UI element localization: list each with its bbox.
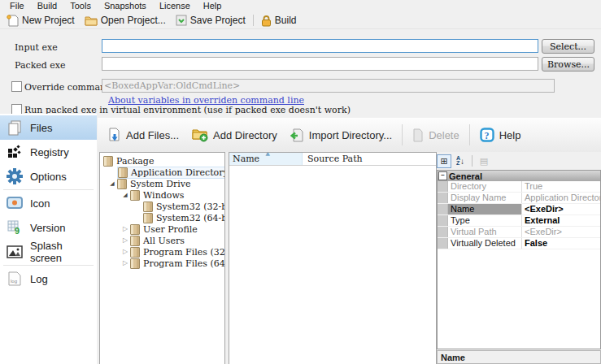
- add-directory-button[interactable]: Add Directory: [185, 121, 284, 149]
- save-icon: [176, 15, 187, 26]
- open-project-button[interactable]: Open Project...: [80, 13, 171, 28]
- expander-expanded-icon[interactable]: [120, 189, 130, 201]
- sidebar-item-log[interactable]: log Log: [0, 266, 97, 291]
- property-value[interactable]: External: [521, 215, 600, 226]
- property-row-directory[interactable]: Directory True: [438, 181, 600, 193]
- new-project-button[interactable]: New Project: [2, 13, 80, 28]
- sidebar-item-splash-screen[interactable]: Splash screen: [0, 240, 97, 264]
- import-directory-button[interactable]: Import Directory...: [284, 121, 398, 149]
- add-files-button[interactable]: Add Files...: [101, 121, 185, 149]
- tree-item-program-files-64bit[interactable]: Program Files (64-bit): [100, 258, 224, 269]
- property-grid: − General Directory True Display Name Ap…: [437, 170, 601, 349]
- browse-button[interactable]: Browse...: [542, 57, 594, 72]
- sidebar-item-icon[interactable]: Icon: [0, 191, 97, 215]
- splash-image-icon: [6, 245, 24, 258]
- override-command-line-field[interactable]: [102, 79, 555, 93]
- collapse-icon[interactable]: −: [438, 171, 447, 180]
- menu-snapshots[interactable]: Snapshots: [98, 0, 153, 12]
- input-exe-field[interactable]: [102, 39, 538, 53]
- save-project-button[interactable]: Save Project: [171, 13, 250, 28]
- property-value: <ExeDir>: [521, 227, 600, 237]
- column-header-source-path[interactable]: Source Path: [303, 153, 368, 165]
- property-pages-button[interactable]: ▤: [477, 154, 491, 168]
- expander-collapsed-icon[interactable]: [120, 223, 130, 235]
- tree-item-program-files-32bit[interactable]: Program Files (32-bit): [100, 246, 224, 258]
- column-header-name[interactable]: ▲ Name: [229, 153, 303, 165]
- folder-icon: [117, 179, 127, 189]
- menu-build[interactable]: Build: [31, 0, 63, 12]
- property-description-box: Name: [437, 350, 601, 364]
- tree-item-system-drive[interactable]: System Drive: [100, 178, 224, 189]
- file-list: ▲ Name Source Path: [229, 152, 437, 364]
- files-icon: [6, 120, 24, 136]
- help-button[interactable]: ? Help: [473, 121, 528, 149]
- add-files-icon: [107, 128, 121, 142]
- expander-collapsed-icon[interactable]: [120, 235, 130, 246]
- package-tree: Package Application Directory System Dri…: [99, 152, 225, 364]
- files-toolbar: Add Files... Add Directory Import Direct…: [98, 118, 601, 152]
- override-command-line-checkbox[interactable]: [11, 81, 22, 92]
- registry-icon: [6, 145, 24, 159]
- property-row-virtual-path[interactable]: Virtual Path <ExeDir>: [438, 227, 600, 238]
- sidebar-item-registry[interactable]: Registry: [0, 140, 97, 164]
- file-list-header: ▲ Name Source Path: [229, 153, 436, 166]
- expander-expanded-icon[interactable]: [107, 178, 117, 189]
- row-margin: [438, 215, 448, 226]
- sidebar-label: Splash screen: [30, 240, 97, 264]
- sidebar-separator: [3, 265, 94, 266]
- property-value[interactable]: <ExeDir>: [521, 204, 600, 214]
- files-toolbar-separator: [402, 124, 403, 145]
- app-window: File Build Tools Snapshots License Help …: [0, 0, 601, 364]
- property-row-display-name[interactable]: Display Name Application Directory: [438, 193, 600, 204]
- alphabetical-sort-button[interactable]: AZ↓: [453, 154, 468, 168]
- property-description-title: Name: [441, 353, 465, 362]
- tree-label: All Users: [143, 236, 185, 246]
- sidebar-label: Files: [30, 122, 52, 134]
- image-icon: [6, 197, 24, 210]
- add-directory-icon: [192, 128, 208, 142]
- folder-icon: [130, 258, 140, 269]
- input-exe-label: Input exe: [15, 42, 58, 53]
- property-row-name[interactable]: Name <ExeDir>: [438, 204, 600, 215]
- expander-collapsed-icon[interactable]: [120, 258, 130, 269]
- add-files-label: Add Files...: [126, 129, 179, 141]
- property-row-type[interactable]: Type External: [438, 215, 600, 227]
- help-icon: ?: [480, 128, 494, 142]
- property-name: Directory: [448, 181, 521, 192]
- categorized-view-button[interactable]: ⊞: [437, 154, 451, 168]
- menu-file[interactable]: File: [3, 0, 31, 12]
- expander-collapsed-icon[interactable]: [120, 246, 130, 258]
- tree-item-application-directory[interactable]: Application Directory: [100, 167, 224, 178]
- tree-item-user-profile[interactable]: User Profile: [100, 223, 224, 235]
- tree-label: Package: [116, 156, 154, 167]
- tree-item-all-users[interactable]: All Users: [100, 235, 224, 246]
- select-button[interactable]: Select...: [542, 39, 594, 54]
- sidebar-item-options[interactable]: Options: [0, 164, 97, 188]
- sidebar-label: Registry: [30, 146, 69, 158]
- property-value[interactable]: False: [521, 238, 600, 249]
- tree-item-package[interactable]: Package: [100, 155, 224, 167]
- sidebar-item-files[interactable]: Files: [0, 115, 97, 140]
- packed-exe-field[interactable]: [102, 57, 538, 71]
- build-button[interactable]: Build: [256, 13, 302, 28]
- tree-selection: Application Directory: [117, 167, 225, 179]
- column-label: Name: [233, 154, 259, 164]
- property-grid-toolbar: ⊞ AZ↓ ▤: [437, 153, 601, 169]
- menu-help[interactable]: Help: [197, 0, 229, 12]
- delete-button[interactable]: Delete: [406, 121, 466, 149]
- new-project-label: New Project: [22, 15, 75, 26]
- toolbar-separator: [253, 15, 254, 26]
- sidebar-separator: [3, 189, 94, 190]
- property-row-virtually-deleted[interactable]: Virtually Deleted False: [438, 238, 600, 249]
- menu-license[interactable]: License: [153, 0, 197, 12]
- main-toolbar: New Project Open Project... Save Project…: [0, 12, 601, 29]
- folder-icon: [130, 236, 140, 246]
- tree-label: System Drive: [130, 179, 191, 189]
- tree-item-windows[interactable]: Windows: [100, 189, 224, 201]
- tree-item-system32-32bit[interactable]: System32 (32-bit): [100, 201, 224, 212]
- category-general[interactable]: − General: [438, 171, 600, 181]
- tree-item-system32-64bit[interactable]: System32 (64-bit): [100, 212, 224, 223]
- sidebar-item-version[interactable]: 9 Version: [0, 215, 97, 240]
- tree-label: Windows: [143, 190, 184, 201]
- menu-tools[interactable]: Tools: [63, 0, 98, 12]
